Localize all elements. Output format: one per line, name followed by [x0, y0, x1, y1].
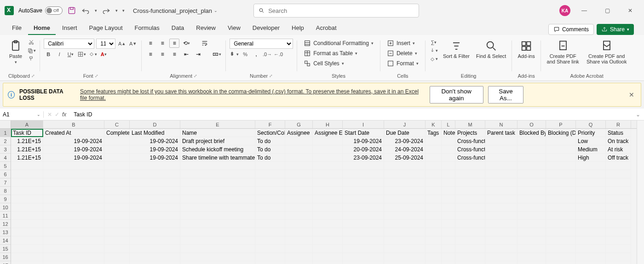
cell-K5[interactable]: [426, 162, 442, 170]
column-header-C[interactable]: C: [104, 121, 130, 128]
cell-Q4[interactable]: High: [576, 154, 606, 162]
cell-G10[interactable]: [285, 203, 313, 212]
cell-N4[interactable]: [485, 154, 518, 162]
cell-P2[interactable]: [546, 137, 576, 145]
cell-R1[interactable]: Status: [606, 129, 631, 137]
cell-Q9[interactable]: [576, 195, 606, 203]
cell-D1[interactable]: Last Modified: [130, 129, 180, 137]
vertical-scrollbar[interactable]: [637, 121, 644, 264]
cell-C9[interactable]: [104, 195, 130, 203]
cell-A17[interactable]: [11, 261, 43, 264]
cell-P14[interactable]: [546, 236, 576, 245]
cell-N15[interactable]: [485, 245, 518, 253]
cell-C4[interactable]: [104, 154, 130, 162]
cell-G1[interactable]: Assignee: [285, 129, 313, 137]
cell-P9[interactable]: [546, 195, 576, 203]
cell-R5[interactable]: [606, 162, 631, 170]
cell-D14[interactable]: [130, 236, 180, 245]
cell-H17[interactable]: [313, 261, 343, 264]
cell-J13[interactable]: [384, 228, 426, 236]
format-as-table-button[interactable]: Format as Table▾: [301, 49, 360, 58]
cell-A5[interactable]: [11, 162, 43, 170]
cell-C16[interactable]: [104, 253, 130, 261]
cell-H4[interactable]: [313, 154, 343, 162]
cell-I1[interactable]: Start Date: [343, 129, 384, 137]
cell-B2[interactable]: 19-09-2024: [43, 137, 104, 145]
cell-J2[interactable]: 23-09-2024: [384, 137, 426, 145]
column-header-A[interactable]: A: [11, 121, 43, 128]
cell-Q15[interactable]: [576, 245, 606, 253]
search-input[interactable]: [268, 7, 414, 14]
cell-N11[interactable]: [485, 212, 518, 220]
cell-A15[interactable]: [11, 245, 43, 253]
column-header-L[interactable]: L: [442, 121, 455, 128]
cell-N13[interactable]: [485, 228, 518, 236]
cell-I5[interactable]: [343, 162, 384, 170]
cell-B8[interactable]: [43, 187, 104, 195]
tab-view[interactable]: View: [222, 22, 246, 35]
cell-I6[interactable]: [343, 170, 384, 178]
enter-formula-icon[interactable]: ✓: [55, 111, 59, 118]
cell-P4[interactable]: [546, 154, 576, 162]
cell-M13[interactable]: [455, 228, 485, 236]
cell-J6[interactable]: [384, 170, 426, 178]
cell-L15[interactable]: [442, 245, 455, 253]
clipboard-launcher-icon[interactable]: ⤢: [31, 74, 35, 78]
cell-A1[interactable]: Task ID: [11, 129, 43, 137]
cell-B9[interactable]: [43, 195, 104, 203]
cell-F4[interactable]: To do: [255, 154, 285, 162]
cell-H12[interactable]: [313, 220, 343, 228]
cell-K14[interactable]: [426, 236, 442, 245]
cell-C2[interactable]: [104, 137, 130, 145]
decrease-decimal-button[interactable]: ←.0: [274, 51, 283, 58]
cell-D8[interactable]: [130, 187, 180, 195]
clear-button[interactable]: ▾: [429, 55, 438, 63]
row-header-3[interactable]: 3: [0, 145, 11, 154]
cell-E7[interactable]: [180, 178, 255, 187]
orientation-button[interactable]: ⟲▾: [181, 39, 191, 48]
cell-H6[interactable]: [313, 170, 343, 178]
sort-filter-button[interactable]: Sort & Filter: [441, 39, 472, 60]
share-button[interactable]: Share▾: [597, 24, 634, 35]
cell-J10[interactable]: [384, 203, 426, 212]
column-header-D[interactable]: D: [130, 121, 180, 128]
align-left-button[interactable]: ≡: [145, 50, 155, 59]
cell-K3[interactable]: [426, 145, 442, 154]
cell-C5[interactable]: [104, 162, 130, 170]
row-header-9[interactable]: 9: [0, 195, 11, 203]
borders-button[interactable]: ▾: [77, 51, 86, 58]
cell-K11[interactable]: [426, 212, 442, 220]
cell-P3[interactable]: [546, 145, 576, 154]
cell-F17[interactable]: [255, 261, 285, 264]
cell-D15[interactable]: [130, 245, 180, 253]
cell-B10[interactable]: [43, 203, 104, 212]
column-header-F[interactable]: F: [255, 121, 285, 128]
cell-L13[interactable]: [442, 228, 455, 236]
cell-C17[interactable]: [104, 261, 130, 264]
increase-font-button[interactable]: A▲: [117, 40, 126, 47]
cell-N3[interactable]: [485, 145, 518, 154]
cell-I9[interactable]: [343, 195, 384, 203]
cell-R7[interactable]: [606, 178, 631, 187]
tab-insert[interactable]: Insert: [57, 22, 83, 35]
comma-button[interactable]: ,: [252, 51, 261, 58]
cell-B4[interactable]: 19-09-2024: [43, 154, 104, 162]
cell-H3[interactable]: [313, 145, 343, 154]
cell-F13[interactable]: [255, 228, 285, 236]
cell-J15[interactable]: [384, 245, 426, 253]
decrease-font-button[interactable]: A▼: [128, 40, 138, 47]
row-header-4[interactable]: 4: [0, 154, 11, 162]
cell-R11[interactable]: [606, 212, 631, 220]
user-avatar[interactable]: KA: [559, 5, 570, 16]
redo-dropdown-icon[interactable]: ▾: [115, 8, 118, 13]
cell-E11[interactable]: [180, 212, 255, 220]
accounting-format-button[interactable]: $▾: [230, 51, 239, 58]
cell-I4[interactable]: 23-09-2024: [343, 154, 384, 162]
cell-C15[interactable]: [104, 245, 130, 253]
cell-N12[interactable]: [485, 220, 518, 228]
cell-R14[interactable]: [606, 236, 631, 245]
cell-P16[interactable]: [546, 253, 576, 261]
cell-R9[interactable]: [606, 195, 631, 203]
cell-M8[interactable]: [455, 187, 485, 195]
cell-B15[interactable]: [43, 245, 104, 253]
